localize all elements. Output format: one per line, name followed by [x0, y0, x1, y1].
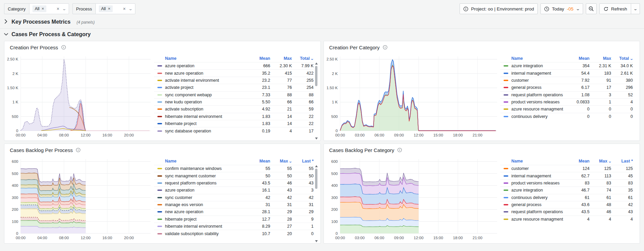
info-icon[interactable] — [397, 148, 402, 152]
filter-category-dropdown[interactable]: All × × ⌄ — [29, 3, 69, 14]
legend-row[interactable]: customer124125125 — [500, 165, 633, 172]
legend-column-mean[interactable]: Mean — [568, 159, 590, 164]
scroll-up-icon[interactable] — [315, 165, 318, 167]
series-name[interactable]: activate internal environment — [154, 78, 249, 83]
legend-row[interactable]: product versions releases838383 — [500, 179, 633, 186]
legend-row[interactable]: hibernate project1.831422 — [154, 120, 314, 127]
clear-selection-icon[interactable]: × — [123, 7, 126, 10]
series-name[interactable]: azure resource managment — [500, 107, 568, 111]
stacked-area-chart[interactable]: 010020030040050060000:0004:0008:0012:001… — [7, 154, 152, 242]
scrollbar-thumb[interactable] — [315, 66, 317, 86]
series-name[interactable]: customer — [500, 78, 568, 83]
legend-row[interactable]: confirm maintenance windows555555 — [154, 165, 314, 172]
stacked-area-chart[interactable]: 010020030040050060000:0003:0006:0009:001… — [327, 154, 498, 242]
legend-row[interactable]: hibernate internal environment1.831422 — [154, 113, 314, 120]
legend-column-max[interactable]: Max — [590, 56, 611, 61]
legend-row[interactable]: hibernate internal environment8.29271 — [154, 223, 314, 230]
legend-row[interactable]: sync managment customer505050 — [154, 172, 314, 179]
series-name[interactable]: sync database operation — [154, 129, 249, 133]
legend-column-max[interactable]: Max — [270, 56, 292, 61]
legend-row[interactable]: manage eos version313131 — [154, 201, 314, 208]
chevron-down-icon[interactable]: ⌄ — [62, 7, 66, 11]
legend-row[interactable]: activate project23.176254 — [154, 84, 314, 91]
legend-column-name[interactable]: Name — [500, 159, 568, 164]
legend-row[interactable]: product versions releases0.083314 — [500, 98, 633, 105]
legend-column-name[interactable]: Name — [154, 56, 249, 61]
refresh-button[interactable]: Refresh — [600, 4, 631, 14]
info-icon[interactable] — [61, 45, 66, 50]
timeseries-chart[interactable]: 05001 K1.50 K2 K2.50 K00:0003:0006:0009:… — [327, 52, 498, 139]
legend-row[interactable]: continuous delivery000 — [500, 113, 633, 120]
series-name[interactable]: request platform operations — [154, 181, 249, 185]
legend-scrollbar[interactable] — [315, 165, 318, 242]
legend-row[interactable]: activate internal environment23.277255 — [154, 77, 314, 84]
refresh-interval-dropdown[interactable]: ⌄ — [631, 4, 640, 14]
time-range-picker[interactable]: Today -05 ⌄ — [540, 3, 583, 14]
legend-column-name[interactable]: Name — [154, 159, 249, 164]
panel-title[interactable]: Creation Per Process — [10, 45, 58, 50]
legend-column-mean[interactable]: Mean — [568, 56, 590, 61]
series-name[interactable]: sync managment customer — [154, 174, 249, 178]
series-name[interactable]: new azure operation — [154, 209, 249, 214]
legend-column-name[interactable]: Name — [500, 56, 568, 61]
scrollbar-thumb[interactable] — [315, 169, 317, 189]
legend-row[interactable]: internal management62.711345 — [500, 172, 633, 179]
series-name[interactable]: azure operation — [154, 64, 249, 68]
legend-column-max[interactable]: Max⌄ — [590, 159, 611, 164]
legend-row[interactable]: new azure operation28.12929 — [154, 208, 314, 215]
row-cases-per-process-category[interactable]: Cases Per Process & Category — [0, 29, 644, 40]
info-icon[interactable] — [76, 148, 81, 152]
scroll-down-icon[interactable] — [315, 240, 318, 242]
legend-row[interactable]: general process43.64842 — [500, 201, 633, 208]
legend-column-mean[interactable]: Mean — [249, 159, 270, 164]
row-key-processes-metrics[interactable]: Key Processes Metrics (4 panels) — [0, 16, 644, 29]
series-name[interactable]: azure resource managment — [500, 217, 568, 222]
panel-title[interactable]: Creation Per Category — [329, 45, 380, 50]
legend-row[interactable]: activate subscription4.922159 — [154, 105, 314, 112]
series-name[interactable]: manage eos version — [154, 202, 249, 207]
legend-row[interactable]: new kudu operation5.506666 — [154, 98, 314, 105]
clear-selection-icon[interactable]: × — [57, 7, 59, 10]
legend-row[interactable]: new azure operation35.2415422 — [154, 69, 314, 76]
legend-row[interactable]: validate subscription stability10.7200 — [154, 230, 314, 237]
series-name[interactable]: request platform operations — [500, 209, 568, 214]
series-name[interactable]: general process — [500, 85, 568, 90]
series-name[interactable]: confirm maintenance windows — [154, 166, 249, 171]
legend-column-total[interactable]: Total⌄ — [292, 56, 314, 61]
series-name[interactable]: new azure operation — [154, 71, 249, 76]
series-name[interactable]: product versions releases — [500, 100, 568, 104]
legend-column-max[interactable]: Max⌄ — [270, 159, 292, 164]
info-icon[interactable] — [383, 45, 387, 50]
series-name[interactable]: azure operation — [154, 188, 249, 193]
legend-row[interactable]: azure operation16.1433 — [154, 186, 314, 194]
legend-row[interactable]: request platform operations43.54643 — [500, 208, 633, 215]
legend-row[interactable]: sync database operation0.19417 — [154, 127, 314, 134]
panel-title[interactable]: Cases Backlog Per Process — [10, 147, 73, 153]
scroll-down-icon[interactable] — [315, 137, 318, 140]
series-name[interactable]: azure integration — [500, 64, 568, 68]
series-name[interactable]: hibernate project — [154, 217, 249, 222]
legend-row[interactable]: sync component webapp7.338888 — [154, 91, 314, 98]
series-name[interactable]: hibernate internal environment — [154, 114, 249, 119]
legend-column-mean[interactable]: Mean — [249, 56, 270, 61]
filter-category-selected-tag[interactable]: All × — [32, 5, 47, 12]
series-name[interactable]: continuous delivery — [500, 195, 568, 200]
legend-row[interactable]: request platform operations43.54643 — [154, 179, 314, 186]
legend-column-last-[interactable]: Last * — [611, 159, 633, 164]
remove-tag-icon[interactable]: × — [42, 7, 44, 10]
legend-row[interactable]: azure integration46.77435 — [500, 186, 633, 194]
series-name[interactable]: general process — [500, 202, 568, 207]
zoom-out-time-button[interactable] — [586, 3, 597, 14]
series-name[interactable]: sync customer — [154, 195, 249, 200]
legend-row[interactable]: azure operation6662.30 K7.99 K — [154, 62, 314, 69]
legend-row[interactable]: continuous delivery616161 — [500, 194, 633, 201]
series-name[interactable]: customer — [500, 166, 568, 171]
legend-row[interactable]: hibernate project12.7289 — [154, 216, 314, 223]
series-name[interactable]: activate subscription — [154, 107, 249, 111]
legend-column-last-[interactable]: Last * — [292, 159, 314, 164]
series-name[interactable]: continuous delivery — [500, 114, 568, 119]
series-name[interactable]: hibernate project — [154, 121, 249, 126]
series-name[interactable]: request platform operations — [500, 93, 568, 97]
legend-row[interactable]: internal management54.41832.61 K — [500, 69, 633, 76]
series-name[interactable]: validate subscription stability — [154, 231, 249, 236]
